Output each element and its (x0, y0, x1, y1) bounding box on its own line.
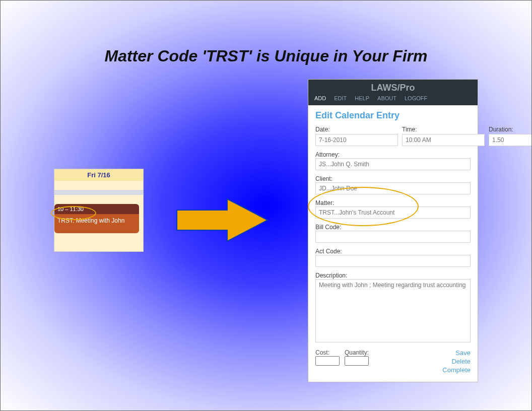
app-brand: LAWS/Pro (308, 80, 478, 95)
quantity-input[interactable] (345, 356, 369, 366)
billcode-label: Bill Code: (315, 224, 341, 231)
cost-input[interactable] (315, 356, 340, 366)
duration-label: Duration: (489, 126, 532, 133)
date-label: Date: (315, 126, 398, 133)
time-label: Time: (402, 126, 485, 133)
calendar-widget: Fri 7/16 10 – 11:30 TRST: Meeting with J… (54, 169, 144, 252)
client-label: Client: (315, 175, 332, 182)
menu-add[interactable]: ADD (314, 95, 326, 101)
menu-about[interactable]: ABOUT (377, 95, 396, 101)
calendar-grid-band (54, 190, 143, 195)
panel-heading: Edit Calendar Entry (315, 110, 471, 121)
save-link[interactable]: Save (442, 349, 471, 357)
matter-label: Matter: (315, 199, 334, 207)
menu-logoff[interactable]: LOGOFF (405, 95, 427, 101)
svg-marker-0 (177, 199, 268, 241)
billcode-input[interactable] (315, 231, 471, 243)
quantity-label: Quantity: (345, 349, 369, 356)
calendar-event[interactable]: 10 – 11:30 TRST: Meeting with John (54, 204, 139, 233)
app-topbar: LAWS/Pro ADD EDIT HELP ABOUT LOGOFF (308, 80, 478, 105)
event-time: 10 – 11:30 (54, 204, 139, 214)
delete-link[interactable]: Delete (442, 358, 471, 365)
complete-link[interactable]: Complete (442, 366, 471, 374)
time-input[interactable] (402, 134, 485, 146)
duration-input[interactable] (489, 134, 532, 146)
menu-edit[interactable]: EDIT (334, 95, 347, 101)
actcode-label: Act Code: (315, 248, 342, 255)
app-panel: LAWS/Pro ADD EDIT HELP ABOUT LOGOFF Edit… (308, 79, 478, 382)
action-links: Save Delete Complete (442, 349, 471, 375)
calendar-day-header: Fri 7/16 (54, 169, 143, 181)
app-content: Edit Calendar Entry Date: Time: Duration… (308, 105, 478, 382)
cost-label: Cost: (315, 349, 340, 356)
matter-input[interactable] (315, 207, 471, 219)
menu-help[interactable]: HELP (355, 95, 369, 101)
description-label: Description: (315, 272, 347, 279)
attorney-label: Attorney: (315, 151, 340, 158)
event-title: TRST: Meeting with John (54, 214, 139, 233)
client-input[interactable] (315, 182, 471, 194)
arrow-right-icon (172, 195, 273, 245)
attorney-input[interactable] (315, 158, 471, 170)
date-input[interactable] (315, 134, 398, 146)
slide-title: Matter Code 'TRST' is Unique in Your Fir… (1, 47, 531, 65)
app-menu: ADD EDIT HELP ABOUT LOGOFF (308, 95, 478, 105)
actcode-input[interactable] (315, 255, 471, 267)
description-textarea[interactable] (315, 279, 471, 342)
